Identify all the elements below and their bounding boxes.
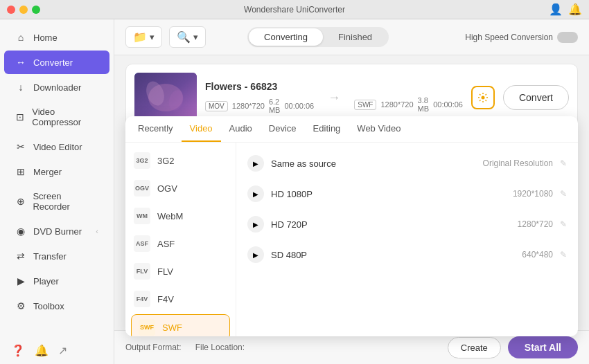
icon-asf: ASF <box>134 235 150 252</box>
tab-audio[interactable]: Audio <box>221 116 261 142</box>
source-size: 6.2 MB <box>269 98 281 114</box>
sidebar-label-home: Home <box>33 33 58 43</box>
quality-res-hd1080: 1920*1080 <box>513 189 553 199</box>
quality-item-hd720[interactable]: ▶ HD 720P 1280*720 ✎ <box>236 209 578 239</box>
quality-label-same: Same as source <box>271 158 476 169</box>
sidebar-item-video-compressor[interactable]: ⊡ Video Compressor <box>4 100 109 134</box>
play-icon-sd480: ▶ <box>247 246 264 263</box>
tab-converting[interactable]: Converting <box>249 28 323 46</box>
merger-icon: ⊞ <box>15 166 26 177</box>
file-thumbnail <box>134 73 197 122</box>
file-name: Flowers - 66823 <box>205 81 314 92</box>
add-file-button[interactable]: 📁 ▾ <box>125 26 162 48</box>
quality-list: ▶ Same as source Original Resolution ✎ ▶… <box>236 143 578 336</box>
close-btn[interactable] <box>7 6 15 14</box>
start-all-button[interactable]: Start All <box>508 336 578 358</box>
sidebar-label-dvd-burner: DVD Burner <box>33 226 82 237</box>
minimize-btn[interactable] <box>19 6 28 14</box>
format-item-swf[interactable]: SWF SWF <box>131 314 230 336</box>
file-area: Flowers - 66823 MOV 1280*720 6.2 MB 00:0… <box>114 55 589 330</box>
content-area: 📁 ▾ 🔍 ▾ Converting Finished High Speed C… <box>114 19 589 364</box>
format-item-f4v[interactable]: F4V F4V <box>125 285 236 313</box>
sidebar-item-screen-recorder[interactable]: ⊕ Screen Recorder <box>4 185 109 218</box>
bell-icon[interactable]: 🔔 <box>568 3 582 16</box>
format-item-3g2[interactable]: 3G2 3G2 <box>125 147 236 174</box>
edit-icon-hd720[interactable]: ✎ <box>560 219 567 229</box>
notifications-icon[interactable]: 🔔 <box>35 344 49 357</box>
sidebar-label-video-compressor: Video Compressor <box>32 107 98 127</box>
file-info-target: SWF 1280*720 3.8 MB 00:00:06 <box>354 82 463 113</box>
quality-label-sd480: SD 480P <box>271 250 515 260</box>
sidebar-item-merger[interactable]: ⊞ Merger <box>4 160 109 183</box>
transfer-icon: ⇄ <box>15 251 26 262</box>
window-controls <box>7 6 40 14</box>
sidebar-item-downloader[interactable]: ↓ Downloader <box>4 75 109 99</box>
sidebar-label-screen-recorder: Screen Recorder <box>33 191 98 212</box>
label-swf: SWF <box>162 322 182 333</box>
quality-res-same: Original Resolution <box>483 158 553 168</box>
sidebar-item-home[interactable]: ⌂ Home <box>4 26 109 49</box>
quality-item-sd480[interactable]: ▶ SD 480P 640*480 ✎ <box>236 239 578 270</box>
format-item-ogv[interactable]: OGV OGV <box>125 174 236 202</box>
edit-icon-same[interactable]: ✎ <box>560 158 567 168</box>
file-location-label: File Location: <box>195 343 245 352</box>
sidebar-item-player[interactable]: ▶ Player <box>4 269 109 293</box>
sidebar-bottom: ❓ 🔔 ↗ <box>0 337 114 364</box>
label-f4v: F4V <box>157 294 174 304</box>
label-ogv: OGV <box>157 183 177 194</box>
converter-icon: ↔ <box>15 57 26 68</box>
tab-recently[interactable]: Recently <box>130 116 182 142</box>
share-icon[interactable]: ↗ <box>58 344 67 357</box>
create-button[interactable]: Create <box>448 337 501 358</box>
quality-item-hd1080[interactable]: ▶ HD 1080P 1920*1080 ✎ <box>236 179 578 209</box>
sidebar: ⌂ Home ↔ Converter ↓ Downloader ⊡ Video … <box>0 19 114 364</box>
quality-res-sd480: 640*480 <box>522 250 553 260</box>
format-item-flv[interactable]: FLV FLV <box>125 257 236 285</box>
format-item-webm[interactable]: WM WebM <box>125 202 236 230</box>
icon-webm: WM <box>134 208 150 224</box>
maximize-btn[interactable] <box>32 6 40 14</box>
target-duration: 00:00:06 <box>433 100 463 109</box>
quality-item-same[interactable]: ▶ Same as source Original Resolution ✎ <box>236 148 578 179</box>
icon-3g2: 3G2 <box>134 152 150 169</box>
sidebar-label-merger: Merger <box>33 167 62 177</box>
tab-video[interactable]: Video <box>182 116 221 142</box>
add-url-button[interactable]: 🔍 ▾ <box>169 26 206 48</box>
arrow-right-icon: → <box>322 91 346 105</box>
speed-conversion: High Speed Conversion <box>465 32 578 43</box>
tab-finished[interactable]: Finished <box>323 28 387 46</box>
sidebar-item-transfer[interactable]: ⇄ Transfer <box>4 244 109 268</box>
toolbar: 📁 ▾ 🔍 ▾ Converting Finished High Speed C… <box>114 19 589 55</box>
sidebar-item-video-editor[interactable]: ✂ Video Editor <box>4 135 109 158</box>
player-icon: ▶ <box>15 275 26 286</box>
video-compressor-icon: ⊡ <box>15 111 25 122</box>
source-duration: 00:00:06 <box>284 102 314 110</box>
file-info: Flowers - 66823 MOV 1280*720 6.2 MB 00:0… <box>205 81 314 114</box>
file-meta-source: MOV 1280*720 6.2 MB 00:00:06 <box>205 98 314 114</box>
quality-label-hd1080: HD 1080P <box>271 189 506 199</box>
downloader-icon: ↓ <box>15 82 26 93</box>
play-icon-hd1080: ▶ <box>247 185 264 202</box>
edit-icon-hd1080[interactable]: ✎ <box>560 189 567 199</box>
help-icon[interactable]: ❓ <box>11 344 25 357</box>
profile-icon[interactable]: 👤 <box>549 3 563 16</box>
icon-swf: SWF <box>139 319 155 336</box>
settings-button[interactable] <box>471 86 495 109</box>
format-item-asf[interactable]: ASF ASF <box>125 230 236 257</box>
bottom-info: Output Format: File Location: <box>125 343 245 352</box>
edit-icon-sd480[interactable]: ✎ <box>560 250 567 260</box>
sidebar-label-downloader: Downloader <box>33 82 81 93</box>
url-label: ▾ <box>193 32 198 42</box>
convert-button[interactable]: Convert <box>503 85 569 110</box>
play-icon-hd720: ▶ <box>247 216 264 233</box>
sidebar-item-toolbox[interactable]: ⚙ Toolbox <box>4 294 109 318</box>
label-asf: ASF <box>157 239 175 249</box>
tab-device[interactable]: Device <box>261 116 305 142</box>
tab-editing[interactable]: Editing <box>305 116 349 142</box>
sidebar-item-dvd-burner[interactable]: ◉ DVD Burner ‹ <box>4 219 109 243</box>
file-meta-target: SWF 1280*720 3.8 MB 00:00:06 <box>354 96 463 113</box>
tab-web-video[interactable]: Web Video <box>349 116 409 142</box>
titlebar: Wondershare UniConverter 👤 🔔 <box>0 0 589 19</box>
speed-toggle[interactable] <box>557 32 578 43</box>
sidebar-item-converter[interactable]: ↔ Converter <box>4 51 109 74</box>
